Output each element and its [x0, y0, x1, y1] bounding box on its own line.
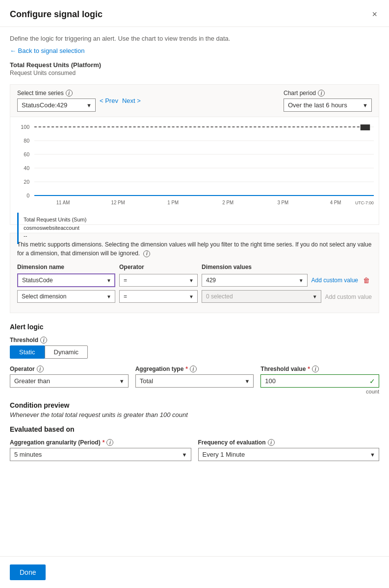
threshold-label: Threshold i — [10, 337, 379, 343]
legend-line2: cosmoswebsiteaccount — [24, 224, 369, 232]
close-button[interactable]: × — [370, 8, 379, 21]
condition-preview-section: Condition preview Whenever the total tot… — [10, 401, 379, 418]
chart-legend: Total Request Units (Sum) cosmoswebsitea… — [17, 213, 374, 244]
svg-text:4 PM: 4 PM — [330, 200, 341, 205]
alert-logic-form-row: Operator i Greater than Less than Greate… — [10, 366, 379, 394]
operator-field-label: Operator i — [10, 366, 129, 372]
svg-text:40: 40 — [24, 165, 29, 171]
chart-nav: < Prev Next > — [100, 97, 141, 104]
evaluated-title: Evaluated based on — [10, 425, 379, 433]
time-series-control: Select time series i StatusCode:429 ▼ — [17, 90, 96, 112]
configure-signal-panel: Configure signal logic × Define the logi… — [0, 0, 389, 588]
add-custom-value-1[interactable]: Add custom value — [311, 277, 358, 284]
aggregation-select[interactable]: Total Average Count Maximum Minimum — [135, 374, 254, 388]
operator-info-icon[interactable]: i — [37, 366, 44, 372]
dim-value-select-wrap-1: 429 ▼ — [202, 274, 308, 287]
dim-operator-select-2[interactable]: = — [119, 290, 198, 303]
dimension-row-1: StatusCode ▼ = ▼ 429 ▼ Add — [17, 273, 372, 287]
dim-row-2-add: Add custom value — [325, 293, 372, 300]
granularity-select[interactable]: 5 minutes 1 minute 15 minutes 30 minutes… — [10, 448, 191, 461]
svg-text:2 PM: 2 PM — [222, 200, 233, 205]
chart-svg: 100 80 60 40 20 0 11 AM 12 PM 1 PM 2 PM — [15, 122, 374, 210]
signal-name: Total Request Units (Platform) — [10, 61, 379, 69]
count-label: count — [260, 389, 379, 394]
panel-description: Define the logic for triggering an alert… — [10, 35, 379, 42]
dim-operator-select-wrap-2: = ▼ — [119, 290, 198, 303]
eval-grid: Aggregation granularity (Period) * i 5 m… — [10, 439, 379, 461]
dim-name-select-wrap-2: Select dimension ▼ — [17, 290, 115, 303]
dim-name-select-1[interactable]: StatusCode — [17, 273, 115, 287]
svg-text:0: 0 — [26, 193, 29, 198]
chart-period-control: Chart period i Over the last 6 hours Ove… — [284, 90, 372, 112]
done-button[interactable]: Done — [10, 564, 46, 580]
threshold-info-icon[interactable]: i — [40, 337, 47, 343]
prev-button[interactable]: < Prev — [100, 97, 118, 104]
dim-value-select-1[interactable]: 429 — [202, 274, 308, 287]
delete-dimension-1[interactable]: 🗑 — [361, 275, 372, 285]
dim-name-select-wrap-1: StatusCode ▼ — [17, 273, 115, 287]
svg-text:3 PM: 3 PM — [277, 200, 288, 205]
svg-rect-13 — [361, 124, 370, 130]
frequency-info-icon[interactable]: i — [268, 439, 275, 446]
svg-text:UTC-7:00: UTC-7:00 — [355, 200, 374, 205]
time-series-label: Select time series i — [17, 90, 96, 97]
chart-period-label: Chart period i — [284, 90, 372, 97]
chart-period-select-wrap: Over the last 6 hours Over the last 1 ho… — [284, 98, 372, 112]
back-to-signal-link[interactable]: ← Back to signal selection — [10, 47, 84, 54]
next-button[interactable]: Next > — [122, 97, 141, 104]
frequency-select[interactable]: Every 1 Minute Every 5 Minutes Every 15 … — [198, 448, 380, 461]
condition-preview-title: Condition preview — [10, 401, 379, 409]
granularity-label: Aggregation granularity (Period) * i — [10, 439, 191, 446]
svg-text:11 AM: 11 AM — [56, 200, 70, 205]
dim-col-operator: Operator — [119, 264, 198, 270]
dim-col-values: Dimension values — [202, 264, 372, 270]
signal-subtitle: Request Units consumed — [10, 70, 379, 76]
operator-select[interactable]: Greater than Less than Greater than or e… — [10, 374, 129, 388]
chart-area: 100 80 60 40 20 0 11 AM 12 PM 1 PM 2 PM — [10, 117, 379, 225]
panel-body: Define the logic for triggering an alert… — [0, 27, 389, 556]
time-series-select[interactable]: StatusCode:429 — [17, 98, 96, 112]
panel-title: Configure signal logic — [10, 9, 103, 20]
granularity-info-icon[interactable]: i — [106, 439, 113, 446]
dim-name-select-2[interactable]: Select dimension — [17, 290, 115, 303]
dimension-info-icon[interactable]: i — [143, 250, 150, 257]
add-custom-value-2: Add custom value — [325, 294, 372, 300]
time-series-info-icon[interactable]: i — [66, 90, 73, 97]
legend-line1: Total Request Units (Sum) — [24, 216, 369, 224]
aggregation-field: Aggregation type * i Total Average Count… — [135, 366, 254, 394]
svg-text:12 PM: 12 PM — [111, 200, 125, 205]
dynamic-toggle[interactable]: Dynamic — [45, 345, 88, 359]
threshold-value-label: Threshold value * i — [260, 366, 379, 372]
dim-value-select-2[interactable]: 0 selected — [202, 290, 321, 303]
threshold-value-input-wrap: ✓ — [260, 374, 379, 388]
dimension-headers: Dimension name Operator Dimension values — [17, 264, 372, 270]
threshold-value-info-icon[interactable]: i — [312, 366, 319, 372]
evaluated-based-on-section: Evaluated based on Aggregation granulari… — [10, 425, 379, 461]
threshold-toggle-group: Static Dynamic — [10, 345, 379, 359]
dim-operator-select-1[interactable]: = — [119, 274, 198, 287]
chart-period-info-icon[interactable]: i — [318, 90, 325, 97]
chart-period-select[interactable]: Over the last 6 hours Over the last 1 ho… — [284, 98, 372, 112]
granularity-select-wrap: 5 minutes 1 minute 15 minutes 30 minutes… — [10, 448, 191, 461]
threshold-value-input[interactable] — [260, 374, 379, 388]
aggregation-select-wrap: Total Average Count Maximum Minimum ▼ — [135, 374, 254, 388]
dim-col-name: Dimension name — [17, 264, 115, 270]
time-series-select-wrap: StatusCode:429 ▼ — [17, 98, 96, 112]
alert-logic-section: Alert logic Threshold i Static Dynamic O… — [10, 323, 379, 461]
granularity-field: Aggregation granularity (Period) * i 5 m… — [10, 439, 191, 461]
svg-text:1 PM: 1 PM — [167, 200, 179, 205]
dimension-row-2: Select dimension ▼ = ▼ 0 selected ▼ — [17, 290, 372, 303]
svg-text:60: 60 — [24, 151, 29, 157]
static-toggle[interactable]: Static — [10, 345, 45, 359]
panel-header: Configure signal logic × — [0, 0, 389, 27]
svg-text:20: 20 — [24, 179, 29, 185]
frequency-label: Frequency of evaluation i — [198, 439, 380, 446]
condition-preview-text: Whenever the total total request units i… — [10, 411, 379, 418]
dimension-section: This metric supports dimensions. Selecti… — [10, 233, 379, 313]
frequency-select-wrap: Every 1 Minute Every 5 Minutes Every 15 … — [198, 448, 380, 461]
dim-operator-select-wrap-1: = ▼ — [119, 274, 198, 287]
chart-left-controls: Select time series i StatusCode:429 ▼ < … — [17, 90, 141, 112]
aggregation-info-icon[interactable]: i — [190, 366, 197, 372]
dim-value-select-wrap-2: 0 selected ▼ — [202, 290, 321, 303]
aggregation-field-label: Aggregation type * i — [135, 366, 254, 372]
